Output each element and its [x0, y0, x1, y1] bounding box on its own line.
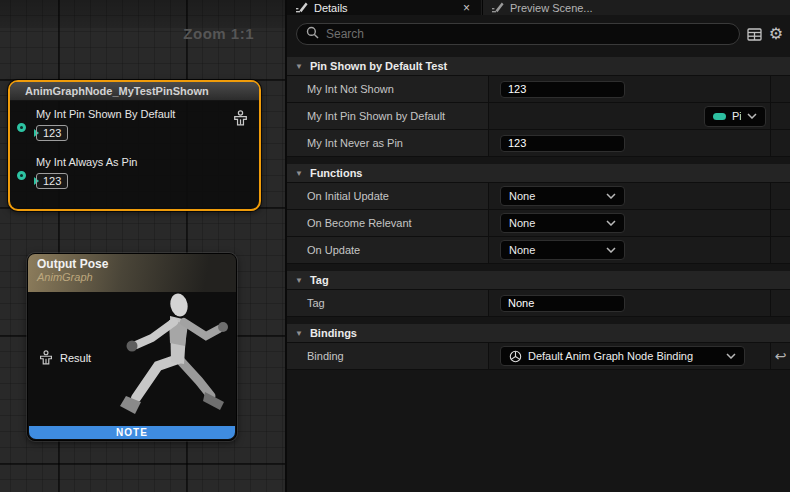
- int-pin-icon[interactable]: [17, 171, 26, 180]
- property-value-cell: Pin: [489, 103, 771, 129]
- node-subtitle: AnimGraph: [37, 271, 227, 283]
- pin-label: My Int Always As Pin: [36, 156, 137, 168]
- preview-scene-tab-icon: [491, 2, 504, 13]
- binding-dropdown[interactable]: Default Anim Graph Node Binding: [500, 346, 745, 366]
- chevron-down-icon: ▼: [295, 329, 303, 338]
- display-filter-icon[interactable]: [747, 28, 762, 41]
- pin-dropdown[interactable]: Pin: [704, 106, 766, 127]
- property-value-cell: None: [489, 237, 771, 263]
- search-box[interactable]: [296, 23, 740, 45]
- section-tag: ▼ Tag Tag: [287, 271, 790, 317]
- pin-label: My Int Pin Shown By Default: [36, 108, 175, 120]
- property-label: My Int Never as Pin: [287, 130, 489, 156]
- reset-cell: [771, 130, 790, 156]
- chevron-down-icon: ▼: [295, 276, 303, 285]
- node-title: AnimGraphNode_MyTestPinShown: [10, 82, 259, 101]
- reset-cell: [771, 76, 790, 102]
- search-row: ⚙: [287, 15, 790, 53]
- node-pin-row: My Int Pin Shown By Default 123: [36, 108, 175, 141]
- function-dropdown[interactable]: None: [500, 213, 625, 233]
- chevron-down-icon: ▼: [295, 62, 303, 71]
- tab-preview-scene[interactable]: Preview Scene...: [482, 0, 668, 15]
- property-label: On Become Relevant: [287, 210, 489, 236]
- node-pin-row: My Int Always As Pin 123: [36, 156, 137, 189]
- property-value-cell: None: [489, 210, 771, 236]
- property-value-cell: [489, 130, 771, 156]
- tab-details[interactable]: Details ×: [287, 0, 481, 15]
- property-value-cell: None: [489, 183, 771, 209]
- property-value-cell: [489, 76, 771, 102]
- pose-pin-icon: [39, 350, 53, 365]
- reset-cell: [771, 103, 790, 129]
- reset-cell: [771, 290, 790, 316]
- running-mannequin-image: [74, 292, 234, 431]
- output-pose-header: Output Pose AnimGraph: [28, 254, 236, 292]
- search-input[interactable]: [326, 27, 730, 41]
- property-value-cell: [489, 290, 771, 316]
- chevron-down-icon: [606, 220, 616, 226]
- property-row: My Int Pin Shown by Default Pin: [287, 103, 790, 130]
- category-header[interactable]: ▼ Pin Shown by Default Test: [287, 57, 790, 76]
- note-bubble: NOTE: [29, 426, 235, 439]
- int-value-input[interactable]: [500, 135, 625, 152]
- section-functions: ▼ Functions On Initial Update None On Be…: [287, 164, 790, 264]
- search-icon: [306, 25, 319, 43]
- section-bindings: ▼ Bindings Binding Default Anim Graph No…: [287, 324, 790, 370]
- details-tab-icon: [295, 2, 308, 13]
- result-pose-pin[interactable]: Result: [39, 350, 91, 365]
- section-pin-shown-by-default-test: ▼ Pin Shown by Default Test My Int Not S…: [287, 57, 790, 157]
- property-row: On Become Relevant None: [287, 210, 790, 237]
- category-header[interactable]: ▼ Tag: [287, 271, 790, 290]
- tag-input[interactable]: [500, 295, 625, 312]
- output-pose-body: Result: [28, 292, 236, 427]
- function-dropdown[interactable]: None: [500, 240, 625, 260]
- property-row: On Update None: [287, 237, 790, 264]
- property-row: My Int Never as Pin: [287, 130, 790, 157]
- property-label: On Initial Update: [287, 183, 489, 209]
- property-row: Tag: [287, 290, 790, 317]
- tab-label: Details: [314, 2, 348, 14]
- pin-pill-icon: [713, 113, 726, 120]
- zoom-level-indicator: Zoom 1:1: [183, 25, 254, 42]
- reset-cell: [771, 237, 790, 263]
- pin-value-box[interactable]: 123: [36, 125, 68, 141]
- binding-class-icon: [509, 350, 522, 363]
- chevron-down-icon: [747, 113, 757, 119]
- property-row: My Int Not Shown: [287, 76, 790, 103]
- chevron-down-icon: ▼: [295, 169, 303, 178]
- output-pose-node[interactable]: Output Pose AnimGraph: [27, 253, 237, 441]
- chevron-down-icon: [726, 353, 736, 359]
- int-value-input[interactable]: [500, 81, 625, 98]
- reset-cell: [771, 183, 790, 209]
- tab-bar: Details × Preview Scene...: [287, 0, 790, 15]
- property-label: My Int Not Shown: [287, 76, 489, 102]
- node-title: Output Pose: [37, 257, 227, 271]
- reset-to-default-icon[interactable]: ↩: [775, 349, 787, 363]
- property-label: On Update: [287, 237, 489, 263]
- category-header[interactable]: ▼ Bindings: [287, 324, 790, 343]
- anim-graph-node[interactable]: AnimGraphNode_MyTestPinShown My Int Pin …: [8, 80, 261, 211]
- pose-body-icon: [233, 110, 248, 126]
- result-pin-label: Result: [60, 352, 91, 364]
- category-header[interactable]: ▼ Functions: [287, 164, 790, 183]
- tab-label: Preview Scene...: [510, 2, 593, 14]
- pin-value-box[interactable]: 123: [36, 173, 68, 189]
- property-row: Binding Default Anim Graph Node Binding: [287, 343, 790, 370]
- reset-cell: [771, 210, 790, 236]
- property-label: My Int Pin Shown by Default: [287, 103, 489, 129]
- chevron-down-icon: [606, 193, 616, 199]
- gear-icon[interactable]: ⚙: [769, 26, 783, 42]
- chevron-down-icon: [606, 247, 616, 253]
- close-icon[interactable]: ×: [460, 3, 473, 13]
- int-pin-icon[interactable]: [17, 123, 26, 132]
- property-row: On Initial Update None: [287, 183, 790, 210]
- anim-graph-canvas[interactable]: Zoom 1:1 AnimGraphNode_MyTestPinShown My…: [0, 0, 285, 492]
- property-label: Tag: [287, 290, 489, 316]
- details-panel: Details × Preview Scene...: [285, 0, 790, 492]
- function-dropdown[interactable]: None: [500, 186, 625, 206]
- property-list: ▼ Pin Shown by Default Test My Int Not S…: [287, 57, 790, 370]
- reset-cell: ↩: [771, 343, 790, 369]
- property-value-cell: Default Anim Graph Node Binding: [489, 343, 771, 369]
- property-label: Binding: [287, 343, 489, 369]
